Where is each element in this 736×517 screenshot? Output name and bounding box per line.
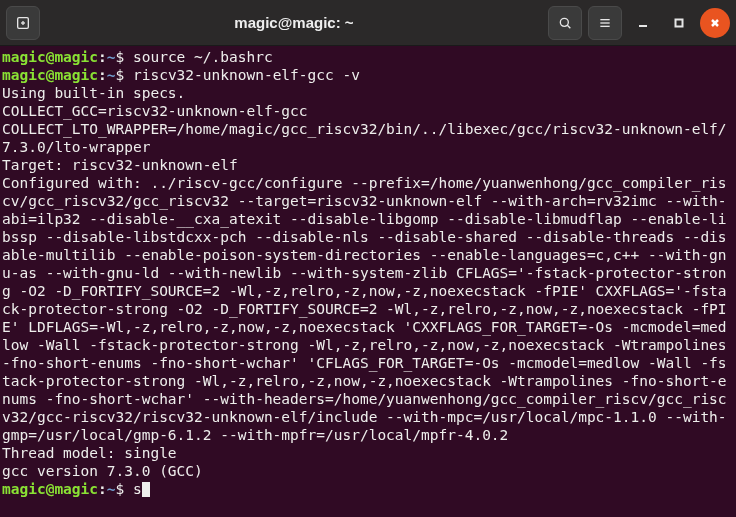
prompt-path: ~ bbox=[107, 481, 116, 497]
close-icon bbox=[709, 17, 721, 29]
prompt-user: magic@magic bbox=[2, 481, 98, 497]
window-title: magic@magic: ~ bbox=[46, 14, 542, 31]
prompt-symbol: $ bbox=[116, 481, 133, 497]
search-icon bbox=[557, 15, 573, 31]
command-text: s bbox=[133, 481, 142, 497]
svg-line-4 bbox=[567, 25, 570, 28]
prompt-symbol: $ bbox=[116, 49, 133, 65]
terminal-prompt-line: magic@magic:~$ source ~/.bashrc bbox=[2, 48, 734, 66]
terminal-output-line: gcc version 7.3.0 (GCC) bbox=[2, 462, 734, 480]
minimize-icon bbox=[637, 17, 649, 29]
terminal-output-line: Target: riscv32-unknown-elf bbox=[2, 156, 734, 174]
titlebar: magic@magic: ~ bbox=[0, 0, 736, 46]
new-tab-icon bbox=[15, 15, 31, 31]
hamburger-icon bbox=[597, 15, 613, 31]
search-button[interactable] bbox=[548, 6, 582, 40]
svg-point-3 bbox=[560, 18, 568, 26]
terminal-output-line: Thread model: single bbox=[2, 444, 734, 462]
terminal-output-line: COLLECT_LTO_WRAPPER=/home/magic/gcc_risc… bbox=[2, 120, 734, 156]
prompt-user: magic@magic bbox=[2, 49, 98, 65]
terminal-output-line: Configured with: ../riscv-gcc/configure … bbox=[2, 174, 734, 444]
menu-button[interactable] bbox=[588, 6, 622, 40]
terminal-prompt-line: magic@magic:~$ riscv32-unknown-elf-gcc -… bbox=[2, 66, 734, 84]
terminal-output-line: Using built-in specs. bbox=[2, 84, 734, 102]
terminal-prompt-line: magic@magic:~$ s bbox=[2, 480, 734, 498]
titlebar-right-group bbox=[548, 6, 730, 40]
svg-rect-9 bbox=[676, 19, 683, 26]
prompt-sep: : bbox=[98, 481, 107, 497]
cursor bbox=[142, 482, 150, 497]
new-tab-button[interactable] bbox=[6, 6, 40, 40]
prompt-path: ~ bbox=[107, 49, 116, 65]
maximize-icon bbox=[673, 17, 685, 29]
minimize-button[interactable] bbox=[628, 8, 658, 38]
terminal-output-line: COLLECT_GCC=riscv32-unknown-elf-gcc bbox=[2, 102, 734, 120]
terminal-area[interactable]: magic@magic:~$ source ~/.bashrcmagic@mag… bbox=[0, 46, 736, 517]
prompt-sep: : bbox=[98, 67, 107, 83]
prompt-user: magic@magic bbox=[2, 67, 98, 83]
close-button[interactable] bbox=[700, 8, 730, 38]
command-text: source ~/.bashrc bbox=[133, 49, 273, 65]
prompt-symbol: $ bbox=[116, 67, 133, 83]
maximize-button[interactable] bbox=[664, 8, 694, 38]
prompt-path: ~ bbox=[107, 67, 116, 83]
command-text: riscv32-unknown-elf-gcc -v bbox=[133, 67, 360, 83]
prompt-sep: : bbox=[98, 49, 107, 65]
